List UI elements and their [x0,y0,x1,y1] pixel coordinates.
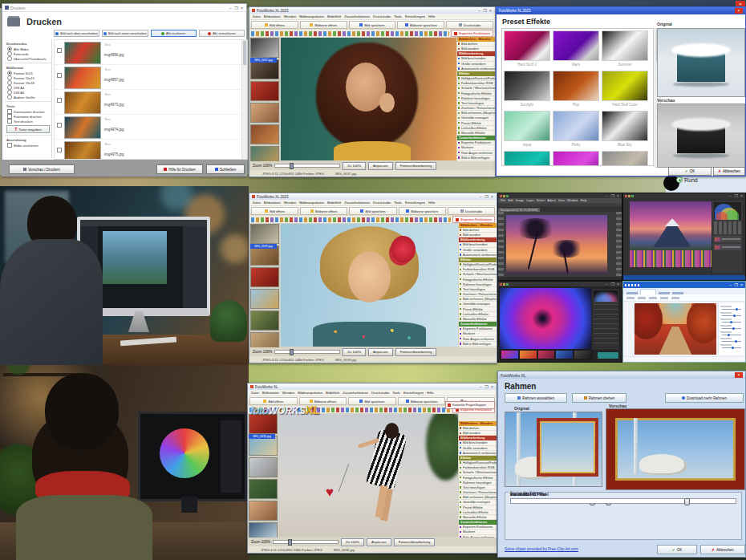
zoom-slider[interactable] [274,350,340,354]
editor-titlebar[interactable]: FotoWorks XL 2023 – ❐ × [249,193,497,200]
menu-item[interactable]: Wenden [284,201,297,205]
panel-entry[interactable]: Manuelle Effekte [459,317,497,322]
rund-radio[interactable]: Rund [676,177,698,183]
menu-item[interactable]: Edit [508,199,513,202]
zoom-bar-button[interactable]: Fotonachbearbeitung [394,538,436,546]
window-controls[interactable]: – ❐ × [606,193,620,198]
menu-item[interactable]: Zusatzfunktionen [343,391,368,395]
frames-titlebar[interactable]: FotoWorks XL × [498,371,745,379]
schliessen-button[interactable]: Schließen [206,164,245,174]
right-tools-palette[interactable] [616,212,622,277]
menu-item[interactable]: Bildrotation [264,14,281,18]
menu-item[interactable]: Adjust [547,199,556,202]
panel-entry[interactable]: Manuelle Effekte [457,131,495,136]
panel-entry[interactable]: Cliparts einfügen [459,347,497,347]
accept-button[interactable] [598,352,618,359]
toolbar-control[interactable] [660,297,668,299]
close-icon[interactable]: × [735,372,743,378]
menu-item[interactable]: View [558,199,565,202]
zoom-slider[interactable] [273,540,339,544]
toolbar-button[interactable]: Druckstudio [446,21,493,29]
filmstrip-thumbnail[interactable] [574,351,591,359]
row-checkbox[interactable] [57,148,62,152]
print-titlebar[interactable]: Drucken – ❐ × [2,4,246,12]
filmstrip-thumbnail[interactable] [250,310,279,331]
texte-eingeben-button[interactable]: T Texte eingeben [6,125,50,133]
window-controls[interactable]: – ❐ × [480,384,494,389]
toolbar-button[interactable]: Bild öffnen [251,21,298,29]
toolbar-button[interactable]: Bildserie öffnen [300,207,347,215]
filmstrip-thumbnail[interactable] [249,479,278,499]
filmstrip-thumbnail[interactable] [501,351,518,359]
zoom-bar-button[interactable]: Zu 100% [343,162,366,170]
experten-funktionen-button[interactable]: Experten Funktionen [451,30,493,37]
toolbar-button[interactable]: Bild öffnen [251,207,298,215]
menu-item[interactable]: Zusatzfunktionen [344,14,370,18]
zoom-bar-button[interactable]: Anpassen [368,348,393,356]
menu-item[interactable]: Einstellungen [405,201,425,205]
adjustment-slider[interactable] [720,311,742,318]
window-controls[interactable]: – ❐ × [729,282,744,287]
editor-titlebar[interactable]: FotoWorks XL 2023 – ❐ × [249,7,495,14]
print-list-row[interactable]: Test img4973.jpg [55,90,241,115]
effect-tile[interactable]: Postcard [504,151,550,166]
rahmen-drehen-button[interactable]: Rahmen drehen [572,393,626,403]
panel-entry[interactable]: Automatisch verbessern [459,253,497,258]
filmstrip-thumbnail[interactable] [249,522,278,538]
bildformat-radio[interactable]: Andere Größe [5,95,51,99]
menu-item[interactable]: Druckstudio [371,391,389,395]
print-toolbar-button[interactable]: Bild nach oben verschieben [54,30,99,37]
row-checkbox[interactable] [57,98,62,103]
effect-tile[interactable]: Fresh [553,151,599,166]
adjustment-slider[interactable] [720,343,742,350]
menu-item[interactable]: Image [516,199,525,202]
panel-entry[interactable]: Rote Augen entfernen [459,535,497,538]
toolbar-button[interactable]: Bildserie speichern [398,397,446,405]
menu-item[interactable]: Tools [394,201,402,205]
window-controls[interactable]: – ❐ × [480,194,494,199]
panel-entry[interactable]: Cliparts einfügen [457,160,495,161]
window-controls[interactable]: – ❐ × [729,193,744,198]
menu-item[interactable]: Bildmanipulation [299,201,324,205]
filmstrip-thumbnail[interactable] [538,351,555,359]
effect-tile[interactable]: Aqua [504,111,550,148]
download-rahmen-button[interactable]: Download mehr Rahmen [665,393,744,403]
abbrechen-button[interactable]: ✗ Abbrechen [713,167,745,176]
filmstrip-thumbnail[interactable] [250,124,279,144]
print-list-row[interactable]: Test img4974.jpg [55,115,241,140]
effect-tile[interactable]: Hard Stuff 2 [504,30,550,68]
print-toolbar-button[interactable]: Bild nach unten verschieben [102,30,148,37]
toolbar-button[interactable]: Bildserie speichern [397,21,444,29]
panel-entry[interactable]: Bild wenden [457,47,495,51]
editor-canvas-woman-portrait[interactable] [281,38,456,160]
menu-item[interactable]: Druckstudio [373,201,391,205]
menu-item[interactable]: Bildmanipulation [298,391,322,395]
toolbar-button[interactable]: Bildserie speichern [399,207,446,215]
zoom-slider-thumb[interactable] [288,539,292,546]
effect-tile[interactable]: Warm [602,151,648,166]
editor-titlebar[interactable]: FotoWorks XL – ❐ × [248,383,497,390]
panel-entry[interactable]: Bild wenden [459,431,497,436]
effect-tile[interactable]: Summer [602,30,648,68]
menu-item[interactable]: Select [537,199,545,202]
menu-item[interactable]: Bildeffekt [327,201,341,205]
editor-canvas-balloon-photo[interactable]: ♥ [279,414,458,537]
zoom-bar-button[interactable]: Anpassen [367,538,391,546]
filmstrip-thumbnail[interactable] [250,267,279,287]
menu-item[interactable]: Help [581,199,587,202]
experten-funktionen-button[interactable]: Experten Funktionen [452,216,495,223]
zoom-bar-button[interactable]: Anpassen [368,162,393,170]
ribbon-tab[interactable] [672,292,683,294]
menu-item[interactable]: Window [567,199,578,202]
menu-item[interactable]: Tools [392,391,400,395]
menu-item[interactable]: Bildrotation [264,201,281,205]
filmstrip-thumbnail[interactable] [556,351,573,359]
filmstrip-thumbnail[interactable] [250,289,279,309]
dark-editor-titlebar[interactable]: – ❐ × [498,282,622,286]
ausrichtung-checkbox[interactable]: Bilder zentrieren [5,143,51,148]
panel-entry[interactable]: Bild wenden [459,233,497,237]
filmstrip-thumbnail[interactable] [249,501,278,521]
adjustment-icons-grid[interactable] [714,221,741,234]
toolbar-control[interactable] [671,297,679,299]
menu-item[interactable]: Druckstudio [373,14,391,18]
